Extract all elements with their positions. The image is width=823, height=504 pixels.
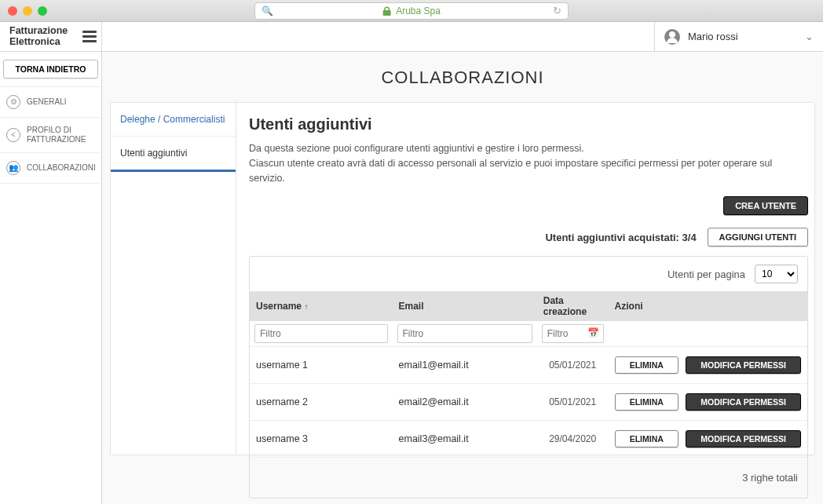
create-user-button[interactable]: CREA UTENTE	[723, 196, 808, 215]
perpage-select[interactable]: 10	[755, 265, 798, 283]
cell-username: username 2	[250, 384, 393, 421]
info-icon: <	[6, 128, 20, 142]
desc-line-1: Da questa sezione puoi configurare utent…	[249, 143, 584, 154]
user-menu[interactable]: Mario rossi ⌄	[654, 22, 823, 51]
traffic-lights	[8, 6, 47, 16]
avatar-icon	[664, 29, 680, 45]
cell-email: email3@email.it	[393, 421, 537, 458]
tab-deleghe[interactable]: Deleghe / Commercialisti	[111, 103, 236, 137]
close-window[interactable]	[8, 6, 17, 16]
users-icon: 👥	[6, 161, 20, 175]
add-users-button[interactable]: AGGIUNGI UTENTI	[708, 228, 808, 247]
sidebar-item-profilo[interactable]: < PROFILO DI FATTURAZIONE	[0, 118, 101, 153]
minimize-window[interactable]	[23, 6, 32, 16]
edit-permissions-button[interactable]: MODIFICA PERMESSI	[686, 356, 801, 374]
users-table-frame: Utenti per pagina 10 Username	[249, 256, 808, 499]
gear-icon: ⚙	[6, 95, 20, 109]
col-email[interactable]: Email	[393, 291, 537, 321]
col-username[interactable]: Username ↑	[250, 291, 393, 321]
site-label: Aruba Spa	[396, 5, 441, 16]
table-footer: 3 righe totali	[250, 458, 807, 499]
cell-created: 05/01/2021	[537, 384, 609, 421]
user-name: Mario rossi	[688, 31, 738, 42]
back-button[interactable]: TORNA INDIETRO	[3, 60, 98, 79]
app-bar: Fatturazione Elettronica Mario rossi ⌄	[0, 22, 823, 52]
window-titlebar: 🔍 Aruba Spa ↻	[0, 0, 823, 22]
delete-button[interactable]: ELIMINA	[615, 430, 679, 447]
perpage-label: Utenti per pagina	[668, 268, 745, 280]
page-title: COLLABORAZIONI	[110, 68, 815, 88]
sidebar: TORNA INDIETRO ⚙ GENERALI < PROFILO DI F…	[0, 52, 102, 504]
col-created[interactable]: Data creazione	[537, 291, 609, 321]
col-actions: Azioni	[609, 291, 807, 321]
cell-created: 05/01/2021	[537, 347, 609, 384]
menu-toggle-icon[interactable]	[82, 31, 97, 42]
card-content: Utenti aggiuntivi Da questa sezione puoi…	[236, 103, 814, 455]
edit-permissions-button[interactable]: MODIFICA PERMESSI	[686, 430, 801, 447]
brand-logo: Fatturazione Elettronica	[9, 26, 68, 46]
cell-created: 29/04/2020	[537, 421, 609, 458]
sidebar-item-collaborazioni[interactable]: 👥 COLLABORAZIONI	[0, 153, 101, 184]
section-description: Da questa sezione puoi configurare utent…	[249, 141, 808, 185]
card-tabs: Deleghe / Commercialisti Utenti aggiunti…	[111, 103, 236, 455]
table-row: username 2 email2@email.it 05/01/2021 EL…	[250, 384, 807, 421]
desc-line-2: Ciascun utente creato avrà dati di acces…	[249, 158, 772, 184]
filter-username[interactable]	[254, 324, 388, 343]
cell-email: email1@email.it	[393, 347, 537, 384]
delete-button[interactable]: ELIMINA	[615, 393, 679, 411]
cell-username: username 3	[250, 421, 393, 458]
cell-username: username 1	[250, 347, 393, 384]
edit-permissions-button[interactable]: MODIFICA PERMESSI	[686, 393, 801, 411]
sidebar-item-label: COLLABORAZIONI	[27, 163, 96, 173]
main-area: COLLABORAZIONI Deleghe / Commercialisti …	[102, 52, 823, 504]
table-row: username 1 email1@email.it 05/01/2021 EL…	[250, 347, 807, 384]
content-card: Deleghe / Commercialisti Utenti aggiunti…	[110, 102, 815, 455]
search-icon: 🔍	[262, 5, 273, 16]
lock-icon	[382, 6, 391, 16]
table-row: username 3 email3@email.it 29/04/2020 EL…	[250, 421, 807, 458]
sort-asc-icon: ↑	[304, 302, 308, 311]
tab-utenti-aggiuntivi[interactable]: Utenti aggiuntivi	[111, 137, 236, 172]
brand-line2: Elettronica	[9, 37, 68, 47]
sidebar-item-generali[interactable]: ⚙ GENERALI	[0, 86, 101, 118]
reload-icon[interactable]: ↻	[553, 5, 561, 16]
brand-line1: Fatturazione	[9, 26, 68, 36]
users-table: Username ↑ Email Data creazione Azioni	[250, 291, 807, 498]
sidebar-item-label: PROFILO DI FATTURAZIONE	[27, 126, 95, 144]
delete-button[interactable]: ELIMINA	[615, 356, 679, 374]
chevron-down-icon: ⌄	[805, 31, 814, 42]
sidebar-item-label: GENERALI	[27, 97, 67, 107]
cell-email: email2@email.it	[393, 384, 537, 421]
calendar-icon[interactable]: 📅	[587, 327, 599, 338]
users-limit-label: Utenti aggiuntivi acquistati: 3/4	[545, 232, 696, 243]
site-identity: Aruba Spa	[382, 5, 441, 16]
section-heading: Utenti aggiuntivi	[249, 115, 808, 133]
filter-email[interactable]	[397, 324, 532, 343]
zoom-window[interactable]	[38, 6, 47, 16]
address-bar[interactable]: 🔍 Aruba Spa ↻	[254, 2, 569, 20]
